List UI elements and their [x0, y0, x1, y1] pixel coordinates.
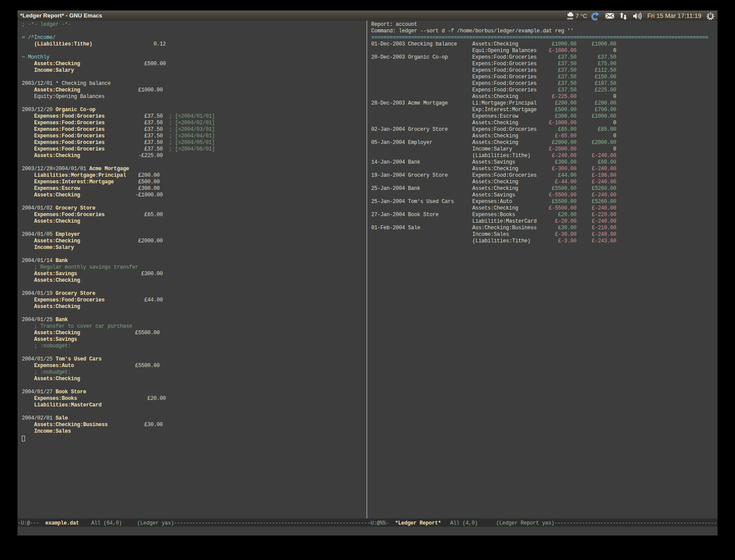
svg-text:Fri 15 Mar 17:11:19: Fri 15 Mar 17:11:19 — [648, 12, 702, 19]
svg-text:7 °C: 7 °C — [576, 13, 588, 19]
